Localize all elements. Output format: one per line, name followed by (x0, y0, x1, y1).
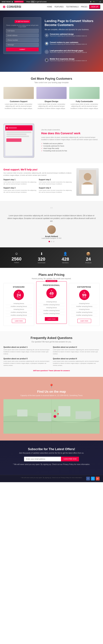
step-2-title: Support step 2 (39, 179, 72, 180)
feature-item: Amazing bonus (6, 302, 32, 305)
svg-rect-5 (82, 184, 94, 194)
get-more-section: Get More Paying Customers Take control o… (0, 72, 103, 118)
how-desc: Lorem ipsum dolor sit amet, consectetur … (41, 136, 100, 141)
dot-2[interactable] (51, 241, 52, 242)
col-custom: Fully Customizable Lorem ipsum dolor sit… (69, 87, 100, 110)
conversion-icon: ⊞ (45, 33, 49, 37)
faq-item-3: Question about our product 5 Lorem ipsum… (3, 358, 50, 366)
faq-tweet-link[interactable]: Still have questions? Tweet @Envato for … (33, 370, 70, 372)
nav-prices[interactable]: PRICES (81, 6, 87, 8)
testimonial-dots[interactable] (7, 241, 96, 242)
step-1: Support step 1 Lorem ipsum dolor sit ame… (3, 179, 37, 185)
svg-point-3 (84, 173, 91, 180)
support-title: Great support. We'll help you! (3, 168, 72, 171)
step-3: Support step 3 Lorem ipsum dolor sit ame… (3, 187, 37, 193)
dot-3[interactable] (53, 241, 54, 242)
promo-text: Press F11 to get full screen (26, 1, 47, 2)
faq-item-1: Question about our product 1 Lorem ipsum… (3, 346, 50, 355)
full-name-input[interactable] (6, 29, 39, 33)
faq-tweet[interactable]: Still have questions? Tweet @Envato for … (3, 369, 100, 372)
stat-members: 👤 428 Members (62, 252, 69, 264)
monitor-icon[interactable]: 🖥 (90, 1, 92, 2)
googleplus-icon[interactable]: g+ (96, 477, 100, 480)
members-label: Members (62, 262, 69, 264)
map-placeholder: 📍 (3, 399, 100, 434)
how-content: Like this simple screenshot... How does … (41, 129, 100, 152)
quote-icon: " (7, 206, 96, 213)
col-design-text: Lorem ipsum dolor sit amet, consectetur … (36, 103, 67, 110)
step-1-title: Support step 1 (3, 179, 37, 180)
message-input[interactable] (6, 43, 39, 47)
faq-item-4: Question about our product 6 Lorem ipsum… (53, 358, 100, 366)
faq-answer-2: Lorem ipsum dolor amet consectetur adipi… (53, 349, 100, 355)
tablet-icon[interactable]: 📟 (93, 1, 95, 2)
plan-standard-button[interactable]: Learn more (12, 319, 26, 323)
how-item-4: Forwarding email accounts for free (41, 150, 100, 152)
feature-3-text: Represents adipiscing elit dolomet tempo… (50, 52, 87, 53)
hero-subtitle: We are complete, effective and dynamic f… (45, 28, 98, 30)
faq-title: Frequently Asked Questions (3, 336, 100, 340)
feature-item: Another amazing bonus (6, 314, 32, 317)
form-badge: ✎ GET IN TOUCH (15, 20, 30, 23)
testimonial-text: Lorem ipsum dolor consectetur adipiscing… (7, 214, 96, 222)
testimonial-avatar (47, 225, 56, 234)
stat-visitors: ☺ 2560 Visitors (11, 252, 21, 264)
faq-question-1: Question about our product 1 (3, 346, 50, 348)
pricing-subtitle: Honest pricing. No updates. No credit ca… (3, 278, 100, 280)
how-section: Like this simple screenshot... How does … (0, 118, 103, 163)
feature-2: 📊 Convert visitors to your customers Rep… (45, 42, 98, 48)
subscribe-form[interactable]: SUBSCRIBE NOW (24, 457, 79, 461)
how-title: How does this Conversi! work (41, 132, 100, 135)
plan-standard-price: $ 24 /month (13, 290, 24, 300)
plan-professional: PROFESSIONAL $ 49 /month Amazing bonus A… (36, 281, 67, 324)
how-item-2: Constantly optimized for future (41, 145, 100, 147)
email-input[interactable] (6, 34, 39, 37)
feature-1-title: Conversion optimized design (50, 33, 87, 35)
nav-features[interactable]: FEATURES (55, 6, 64, 8)
feature-item: Amazing bonus (38, 306, 65, 309)
pricing-cards: STANDARD $ 24 /month Amazing bonus Anoth… (3, 283, 100, 326)
support-intro: Our customer dolor sit amet, consectetur… (3, 172, 72, 176)
plan-enterprise-button[interactable]: Learn more (77, 319, 91, 323)
stat-downloads: ⬇ 320 Downloads (38, 252, 45, 264)
feature-columns: Customers Support Lorem ipsum dolor sit … (3, 87, 100, 110)
twitter-icon[interactable]: t (91, 477, 95, 480)
visitors-icon: 📊 (45, 42, 49, 46)
phone-icon[interactable]: 📱 (96, 1, 98, 2)
device-nav[interactable]: 🖥 📟 📱 🛒 (90, 1, 101, 2)
nav-home[interactable]: HOME (47, 6, 52, 8)
plan-enterprise-price: $ 99 /month (79, 290, 90, 300)
nav-signup-button[interactable]: SIGN UP (89, 5, 100, 9)
get-more-title: Get More Paying Customers (3, 77, 100, 80)
nav-testimonials[interactable]: TESTIMONIALS (66, 6, 79, 8)
feature-item: Amazing bonus (6, 308, 32, 311)
faq-question-4: Question about our product 6 (53, 358, 100, 360)
dot-1[interactable] (49, 241, 50, 242)
products-label: Products (85, 262, 92, 264)
main-nav[interactable]: HOME FEATURES TESTIMONIALS PRICES (47, 6, 87, 8)
feature-4-title: Mobile first responsive design (50, 58, 87, 60)
col-customers-text: Lorem ipsum dolor sit amet, consectetur … (3, 103, 34, 110)
submit-button[interactable]: SUBMIT (6, 48, 39, 51)
phone-input[interactable] (6, 38, 39, 42)
person-photo (76, 168, 99, 196)
subscribe-note: * We will never send you any spam. By si… (3, 464, 100, 465)
feature-item: Amazing bonus (71, 308, 97, 311)
feature-item: Another amazing bonus (71, 314, 97, 317)
members-count: 428 (62, 256, 69, 262)
members-icon: 👤 (62, 252, 69, 256)
support-section: Great support. We'll help you! Our custo… (0, 163, 103, 201)
plan-professional-button[interactable]: Learn more (45, 317, 58, 321)
custom-image (69, 87, 100, 99)
faq-answer-4: Lorem ipsum dolor amet consectetur adipi… (53, 360, 100, 366)
visitors-label: Visitors (11, 262, 21, 264)
svg-point-11 (54, 415, 56, 418)
cart-icon[interactable]: 🛒 (100, 1, 101, 2)
svg-rect-9 (58, 406, 70, 416)
facebook-icon[interactable]: f (86, 477, 90, 480)
subscribe-button[interactable]: SUBSCRIBE NOW (61, 457, 79, 461)
feature-4: 📱 Mobile first responsive design Represe… (45, 58, 98, 65)
hero-section: ✎ GET IN TOUCH Please complete the form … (0, 10, 103, 72)
plan-professional-name: PROFESSIONAL (38, 284, 65, 286)
subscribe-email-input[interactable] (24, 457, 61, 461)
